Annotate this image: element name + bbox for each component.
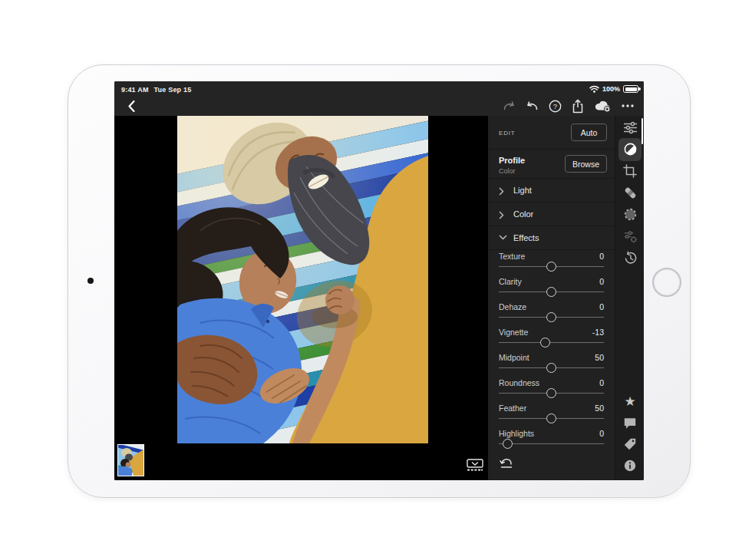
- comment-button[interactable]: [615, 412, 644, 433]
- redo-button[interactable]: [503, 99, 516, 113]
- panel-title: EDIT: [499, 130, 515, 137]
- slider-track[interactable]: [499, 363, 604, 373]
- slider-track[interactable]: [499, 413, 604, 423]
- slider-knob[interactable]: [546, 312, 556, 322]
- profile-label: Profile: [499, 156, 525, 165]
- undo-button[interactable]: [526, 99, 539, 113]
- section-label: Effects: [513, 233, 539, 242]
- slider-track[interactable]: [499, 287, 604, 297]
- slider-knob[interactable]: [546, 262, 556, 272]
- tone-edit-button[interactable]: [615, 138, 644, 160]
- edit-panel: EDIT Auto Profile Color Browse Light Col…: [488, 116, 615, 480]
- tool-rail: ★: [615, 116, 644, 480]
- reset-button[interactable]: [497, 456, 514, 470]
- comment-icon: [623, 417, 637, 430]
- share-button[interactable]: [572, 99, 584, 113]
- home-button[interactable]: [652, 268, 681, 297]
- section-light[interactable]: Light: [488, 179, 615, 203]
- slider-line: [499, 342, 604, 344]
- redo-icon: [503, 100, 516, 111]
- more-button[interactable]: [622, 99, 634, 113]
- chevron-right-icon: [499, 211, 504, 219]
- section-color[interactable]: Color: [488, 203, 615, 226]
- edit-header-row: EDIT Auto: [488, 116, 615, 150]
- section-label: Color: [513, 209, 533, 219]
- effects-slider-list: Texture 0 Clarity 0 Dehaze 0 Vignette -1…: [488, 251, 615, 455]
- toolbar-actions: ?: [503, 99, 634, 113]
- ipad-device-frame: 9:41 AMTue Sep 15 100%: [68, 64, 691, 498]
- slider-head: Clarity 0: [499, 277, 604, 286]
- keyword-tag-button[interactable]: [615, 433, 644, 455]
- profile-row: Profile Color Browse: [488, 150, 615, 179]
- info-button[interactable]: [615, 455, 644, 476]
- slider-head: Dehaze 0: [499, 302, 604, 311]
- info-icon: [623, 459, 637, 473]
- photo-canvas[interactable]: [114, 116, 488, 480]
- thumbnail-image: [118, 445, 143, 476]
- back-button[interactable]: [124, 99, 138, 113]
- status-bar-right: 100%: [589, 85, 638, 93]
- section-label: Light: [513, 186, 532, 195]
- presets-button[interactable]: [615, 226, 644, 247]
- slider-knob[interactable]: [546, 363, 556, 373]
- slider-label: Dehaze: [499, 302, 526, 311]
- slider-knob[interactable]: [503, 439, 513, 449]
- photo-father-daughter: [177, 116, 428, 443]
- effect-slider: Feather 50: [499, 403, 604, 428]
- versions-icon: [623, 251, 638, 265]
- help-button[interactable]: ?: [549, 99, 562, 113]
- slider-knob[interactable]: [540, 338, 550, 348]
- healing-brush-icon: [623, 186, 638, 200]
- crop-button[interactable]: [615, 160, 644, 182]
- slider-label: Roundness: [499, 378, 539, 387]
- filmstrip-toggle-icon: [467, 459, 483, 471]
- share-icon: [572, 99, 584, 114]
- slider-track[interactable]: [499, 338, 604, 348]
- slider-value: 0: [599, 302, 604, 311]
- effect-slider: Midpoint 50: [499, 352, 604, 377]
- slider-knob[interactable]: [546, 388, 556, 398]
- status-bar-left: 9:41 AMTue Sep 15: [121, 86, 191, 94]
- slider-label: Highlights: [499, 429, 534, 438]
- slider-head: Feather 50: [499, 404, 604, 413]
- star-icon: ★: [624, 395, 635, 408]
- filmstrip-toggle-button[interactable]: [466, 458, 484, 472]
- slider-track[interactable]: [499, 262, 604, 272]
- slider-track[interactable]: [499, 439, 604, 449]
- slider-label: Vignette: [499, 328, 528, 337]
- front-camera: [87, 278, 94, 284]
- star-rating-button[interactable]: ★: [615, 390, 644, 412]
- undo-icon: [526, 100, 539, 111]
- slider-head: Vignette -13: [499, 328, 604, 337]
- slider-label: Texture: [499, 252, 525, 261]
- slider-label: Clarity: [499, 277, 522, 286]
- slider-label: Midpoint: [499, 353, 529, 362]
- selective-edit-icon: [623, 207, 638, 222]
- filmstrip-thumbnail[interactable]: [117, 444, 144, 476]
- slider-value: 0: [599, 378, 604, 387]
- versions-button[interactable]: [615, 247, 644, 268]
- effect-slider: Roundness 0: [499, 377, 604, 403]
- section-effects[interactable]: Effects: [488, 226, 615, 250]
- cloud-sync-icon: [594, 100, 612, 113]
- effect-slider: Highlights 0: [499, 428, 604, 453]
- slider-head: Midpoint 50: [499, 353, 604, 362]
- slider-head: Texture 0: [499, 252, 604, 261]
- slider-track[interactable]: [499, 388, 604, 398]
- browse-button[interactable]: Browse: [565, 155, 607, 173]
- status-time: 9:41 AM: [121, 86, 149, 94]
- effect-slider: Dehaze 0: [499, 301, 604, 327]
- slider-knob[interactable]: [546, 287, 556, 297]
- slider-knob[interactable]: [546, 413, 556, 423]
- tag-icon: [623, 437, 637, 451]
- auto-button[interactable]: Auto: [571, 124, 607, 141]
- cloud-sync-button[interactable]: [594, 99, 612, 113]
- slider-value: 50: [595, 404, 604, 413]
- slider-track[interactable]: [499, 312, 604, 322]
- help-icon: ?: [549, 100, 562, 113]
- healing-brush-button[interactable]: [615, 182, 644, 203]
- wifi-icon: [589, 85, 599, 93]
- adjust-panels-button[interactable]: [615, 117, 644, 138]
- selective-edit-button[interactable]: [615, 203, 644, 225]
- chevron-right-icon: [499, 187, 504, 196]
